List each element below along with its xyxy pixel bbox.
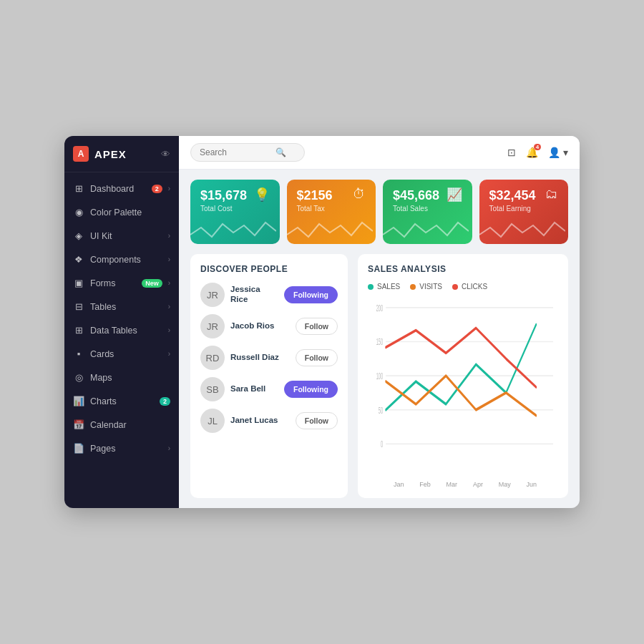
nav-label-calendar: Calendar <box>90 420 170 430</box>
person-row-janet-lucas: JL Janet Lucas Follow <box>200 409 338 433</box>
nav-arrow-ui-kit: › <box>168 232 170 240</box>
search-box[interactable]: 🔍 <box>190 143 305 162</box>
nav-label-maps: Maps <box>90 373 170 383</box>
stat-cards-grid: $15,678 Total Cost 💡 $2156 Total Tax ⏱ $… <box>190 180 568 244</box>
bottom-section: DISCOVER PEOPLE JR Jessica Rice Followin… <box>190 254 568 498</box>
stat-icon-total-cost: 💡 <box>254 187 270 203</box>
nav-arrow-components: › <box>168 255 170 263</box>
legend-item-visits: VISITS <box>410 283 442 291</box>
logo-icon: A <box>73 146 89 162</box>
avatar-russell-diaz: RD <box>200 346 225 370</box>
nav-label-cards: Cards <box>90 349 162 359</box>
chart-legend: SALES VISITS CLICKS <box>368 283 558 291</box>
sidebar-item-forms[interactable]: ▣ Forms New › <box>64 271 179 295</box>
legend-dot-visits <box>410 284 416 290</box>
person-name-russell-diaz: Russell Diaz <box>230 353 290 363</box>
stat-label-total-sales: Total Sales <box>393 205 462 213</box>
person-row-jessica-rice: JR Jessica Rice Following <box>200 283 338 307</box>
legend-label-visits: VISITS <box>419 283 442 291</box>
person-row-sara-bell: SB Sara Bell Following <box>200 377 338 401</box>
discover-people-title: DISCOVER PEOPLE <box>200 264 338 274</box>
sidebar-item-calendar[interactable]: 📅 Calendar <box>64 413 179 436</box>
follow-btn-jessica-rice[interactable]: Following <box>284 286 338 303</box>
sidebar-item-ui-kit[interactable]: ◈ UI Kit › <box>64 224 179 248</box>
stat-card-total-cost: $15,678 Total Cost 💡 <box>190 180 280 244</box>
stat-label-total-cost: Total Cost <box>200 205 270 213</box>
x-label-jun: Jun <box>526 481 537 488</box>
sidebar-item-color-palette[interactable]: ◉ Color Palette <box>64 200 179 224</box>
notification-bell[interactable]: 🔔 4 <box>526 147 538 158</box>
legend-dot-clicks <box>452 284 458 290</box>
nav-label-components: Components <box>90 255 162 265</box>
nav-label-data-tables: Data Tables <box>90 326 162 336</box>
nav-icon-tables: ⊟ <box>73 301 84 312</box>
stat-icon-total-sales: 📈 <box>447 187 462 203</box>
nav-arrow-cards: › <box>168 350 170 358</box>
nav-icon-ui-kit: ◈ <box>73 230 84 241</box>
user-menu[interactable]: 👤 ▾ <box>548 147 568 158</box>
search-input[interactable] <box>200 147 271 157</box>
legend-item-sales: SALES <box>368 283 400 291</box>
legend-label-sales: SALES <box>377 283 400 291</box>
notification-badge: 4 <box>534 144 541 150</box>
stat-card-total-tax: $2156 Total Tax ⏱ <box>287 180 376 244</box>
sidebar-item-components[interactable]: ❖ Components › <box>64 248 179 271</box>
person-name-sara-bell: Sara Bell <box>230 384 278 394</box>
stat-wave-total-cost <box>190 217 276 244</box>
main-content-area: $15,678 Total Cost 💡 $2156 Total Tax ⏱ $… <box>179 170 580 508</box>
chart-x-labels: JanFebMarAprMayJun <box>368 478 558 488</box>
sidebar-item-dashboard[interactable]: ⊞ Dashboard 2 › <box>64 177 179 200</box>
legend-item-clicks: CLICKS <box>452 283 487 291</box>
expand-icon[interactable]: ⊡ <box>507 147 516 158</box>
follow-btn-sara-bell[interactable]: Following <box>284 381 338 398</box>
sidebar-nav: ⊞ Dashboard 2 › ◉ Color Palette ◈ UI Kit… <box>64 172 179 508</box>
x-label-feb: Feb <box>419 481 431 488</box>
sidebar-item-cards[interactable]: ▪ Cards › <box>64 342 179 366</box>
sidebar: A APEX 👁 ⊞ Dashboard 2 › ◉ Color Palette… <box>64 136 179 508</box>
svg-text:100: 100 <box>376 371 384 381</box>
header: 🔍 ⊡ 🔔 4 👤 ▾ <box>179 136 580 170</box>
nav-label-charts: Charts <box>90 396 154 406</box>
nav-icon-data-tables: ⊞ <box>73 325 84 336</box>
nav-badge-dashboard: 2 <box>152 185 162 193</box>
avatar-jacob-rios: JR <box>200 314 225 338</box>
nav-arrow-pages: › <box>168 444 170 452</box>
follow-btn-jacob-rios[interactable]: Follow <box>296 318 338 335</box>
stat-card-total-earning: $32,454 Total Earning 🗂 <box>479 180 569 244</box>
nav-badge-forms: New <box>142 279 162 288</box>
nav-badge-charts: 2 <box>160 397 170 406</box>
follow-btn-janet-lucas[interactable]: Follow <box>296 412 338 429</box>
nav-arrow-dashboard: › <box>168 185 170 192</box>
svg-text:0: 0 <box>381 439 383 449</box>
person-name-janet-lucas: Janet Lucas <box>230 416 290 426</box>
nav-icon-cards: ▪ <box>73 348 84 359</box>
chart-area: 200 150 100 50 0 <box>368 296 558 478</box>
stat-icon-total-tax: ⏱ <box>353 187 366 202</box>
stat-label-total-earning: Total Earning <box>489 205 559 213</box>
eye-icon[interactable]: 👁 <box>161 149 170 160</box>
sidebar-item-pages[interactable]: 📄 Pages › <box>64 436 179 460</box>
follow-btn-russell-diaz[interactable]: Follow <box>296 349 338 366</box>
nav-icon-maps: ◎ <box>73 372 84 383</box>
sidebar-item-maps[interactable]: ◎ Maps <box>64 366 179 389</box>
people-list: JR Jessica Rice Following JR Jacob Rios … <box>200 283 338 433</box>
avatar-jessica-rice: JR <box>200 283 225 307</box>
avatar-janet-lucas: JL <box>200 409 225 433</box>
sales-chart: 200 150 100 50 0 <box>368 296 558 478</box>
nav-icon-components: ❖ <box>73 254 84 265</box>
nav-icon-pages: 📄 <box>73 443 84 454</box>
sidebar-item-charts[interactable]: 📊 Charts 2 <box>64 389 179 413</box>
avatar-sara-bell: SB <box>200 377 225 401</box>
stat-wave-total-tax <box>287 217 373 244</box>
sidebar-item-data-tables[interactable]: ⊞ Data Tables › <box>64 318 179 342</box>
x-label-jan: Jan <box>394 481 404 488</box>
nav-arrow-data-tables: › <box>168 326 170 334</box>
legend-label-clicks: CLICKS <box>462 283 487 291</box>
nav-label-tables: Tables <box>90 302 162 312</box>
sidebar-item-tables[interactable]: ⊟ Tables › <box>64 295 179 318</box>
header-actions: ⊡ 🔔 4 👤 ▾ <box>507 147 568 158</box>
x-label-may: May <box>499 481 511 488</box>
person-name-jacob-rios: Jacob Rios <box>230 321 290 331</box>
stat-label-total-tax: Total Tax <box>297 205 366 213</box>
nav-label-dashboard: Dashboard <box>90 184 146 194</box>
